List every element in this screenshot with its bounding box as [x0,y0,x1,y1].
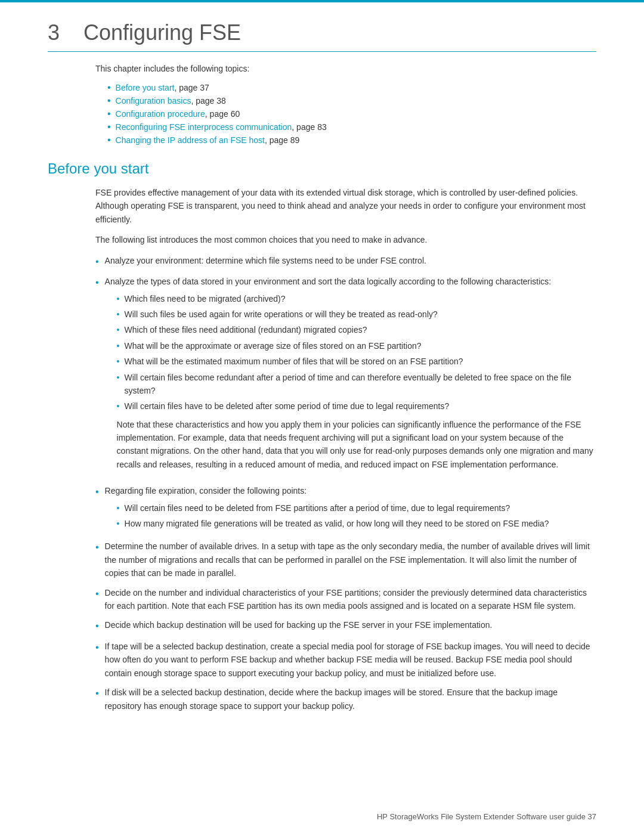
sub-item-2-6: Will certain files become redundant afte… [117,371,596,398]
section-body: FSE provides effective management of you… [95,186,596,713]
bullet-item-7: If tape will be a selected backup destin… [95,640,596,680]
toc-link-3[interactable]: Configuration procedure [116,109,205,119]
bullet-note-2: Note that these characteristics and how … [117,418,596,472]
section-title: Before you start [48,160,596,177]
toc-page-5: , page 89 [265,135,299,145]
bullet-content-4: Determine the number of available drives… [105,540,596,580]
sub-item-2-1: Which files need to be migrated (archive… [117,292,596,305]
page-container: 3 Configuring FSE This chapter includes … [0,2,644,754]
toc-list: Before you start, page 37 Configuration … [107,82,596,145]
bullet-item-3: Regarding file expiration, consider the … [95,484,596,534]
toc-page-4: , page 83 [292,122,326,132]
toc-item-4: Reconfiguring FSE interprocess communica… [107,122,596,132]
bullet-item-5: Decide on the number and individual char… [95,586,596,613]
bullet-content-1: Analyze your environment: determine whic… [105,254,596,267]
footer: HP StorageWorks File System Extender Sof… [0,812,644,821]
sub-item-3-1: Will certain files need to be deleted fr… [117,501,596,515]
chapter-intro: This chapter includes the following topi… [95,64,596,73]
sub-item-2-3: Which of these files need additional (re… [117,323,596,336]
bullet-content-2: Analyze the types of data stored in your… [105,275,596,478]
bullet-item-1: Analyze your environment: determine whic… [95,254,596,270]
bullet-content-5: Decide on the number and individual char… [105,586,596,613]
sub-item-2-4: What will be the approximate or average … [117,339,596,352]
toc-link-2[interactable]: Configuration basics [116,96,191,106]
toc-page-2: , page 38 [191,96,225,106]
bullet-item-4: Determine the number of available drives… [95,540,596,580]
toc-item-2: Configuration basics, page 38 [107,95,596,106]
chapter-number: 3 [48,20,72,45]
bullet-content-8: If disk will be a selected backup destin… [105,686,596,713]
footer-text: HP StorageWorks File System Extender Sof… [377,812,596,821]
toc-link-5[interactable]: Changing the IP address of an FSE host [116,135,265,145]
section-intro-2: The following list introduces the most c… [95,233,596,246]
sub-bullet-list-3: Will certain files need to be deleted fr… [117,501,596,531]
bullet-content-6: Decide which backup destination will be … [105,618,596,631]
toc-item-3: Configuration procedure, page 60 [107,109,596,119]
bullet-content-7: If tape will be a selected backup destin… [105,640,596,680]
sub-item-2-5: What will be the estimated maximum numbe… [117,355,596,368]
toc-page-3: , page 60 [205,109,240,119]
toc-link-1[interactable]: Before you start [116,83,175,92]
bullet-item-2: Analyze the types of data stored in your… [95,275,596,478]
sub-item-2-7: Will certain files have to be deleted af… [117,400,596,413]
section-intro-1: FSE provides effective management of you… [95,186,596,226]
chapter-header: 3 Configuring FSE [48,20,596,52]
toc-page-1: , page 37 [174,83,209,92]
sub-item-2-2: Will such files be used again for write … [117,308,596,321]
toc-link-4[interactable]: Reconfiguring FSE interprocess communica… [116,122,292,132]
main-bullet-list: Analyze your environment: determine whic… [95,254,596,713]
bullet-content-3: Regarding file expiration, consider the … [105,484,596,534]
bullet-item-8: If disk will be a selected backup destin… [95,686,596,713]
bullet-item-6: Decide which backup destination will be … [95,618,596,634]
toc-item-1: Before you start, page 37 [107,82,596,93]
chapter-title: Configuring FSE [83,20,241,45]
sub-item-3-2: How many migrated file generations will … [117,517,596,530]
toc-item-5: Changing the IP address of an FSE host, … [107,135,596,145]
sub-bullet-list-2: Which files need to be migrated (archive… [117,292,596,413]
